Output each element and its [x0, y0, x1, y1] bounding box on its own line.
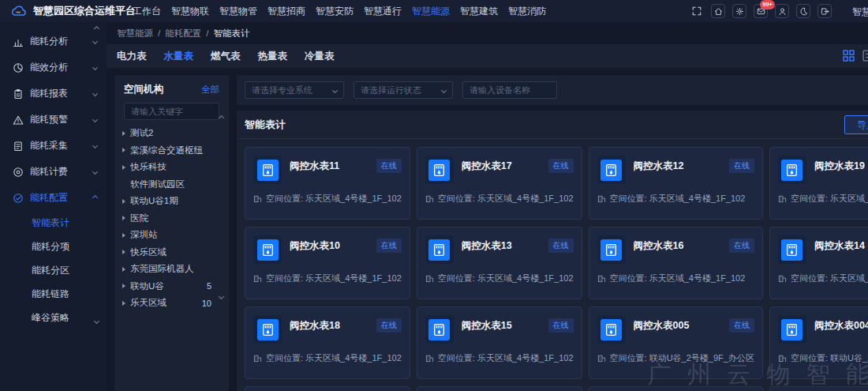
- list-view-icon[interactable]: [862, 50, 868, 62]
- import-button[interactable]: 导入: [844, 115, 868, 134]
- nav-building[interactable]: 智慧建筑: [460, 5, 498, 18]
- meter-card[interactable]: 阀控水表16 在线 空间位置: 乐天区域_4号楼_1F_102: [589, 227, 763, 299]
- chevron-down-icon: [92, 169, 98, 175]
- nav-access[interactable]: 智慧通行: [364, 5, 402, 18]
- sidebar-item-energy-warning[interactable]: 能耗预警: [0, 107, 107, 133]
- sidebar-subitem-energy-link[interactable]: 能耗链路: [0, 282, 107, 306]
- meter-card[interactable]: 阀控水表14 在线 空间位置: 乐天区域_4号楼_1F_102: [769, 227, 868, 299]
- tree-search-input[interactable]: [124, 103, 219, 120]
- sidebar-item-energy-collection[interactable]: 能耗采集: [0, 133, 107, 159]
- building-icon: [597, 274, 606, 283]
- status-badge: 在线: [729, 318, 754, 333]
- sidebar-item-energy-billing[interactable]: 能耗计费: [0, 159, 107, 185]
- tab-gas[interactable]: 燃气表: [211, 50, 241, 63]
- meter-card[interactable]: 阀控水表10 在线 空间位置: 乐天区域_4号楼_1F_102: [245, 227, 410, 299]
- meter-card-partial[interactable]: [417, 386, 582, 391]
- sidebar-subitem-smart-meters[interactable]: 智能表计: [0, 211, 107, 235]
- caret-right-icon[interactable]: [122, 148, 125, 152]
- tree-node[interactable]: 医院: [114, 210, 229, 227]
- status-badge: 在线: [729, 159, 754, 173]
- breadcrumb-item[interactable]: 能耗配置: [165, 28, 201, 39]
- nav-property[interactable]: 智慧物管: [219, 5, 257, 18]
- caret-right-icon[interactable]: [122, 165, 125, 170]
- device-name-input[interactable]: [462, 81, 557, 99]
- tree-node[interactable]: 快乐科技: [114, 159, 229, 176]
- sidebar-item-efficiency-analysis[interactable]: 能效分析: [0, 55, 107, 81]
- home-icon[interactable]: [711, 4, 725, 18]
- breadcrumb-item[interactable]: 智慧能源: [117, 28, 153, 39]
- meter-card[interactable]: 阀控水表15 在线 空间位置: 乐天区域_4号楼_1F_102: [417, 306, 582, 379]
- grid-view-icon[interactable]: [843, 50, 855, 62]
- tab-electricity[interactable]: 电力表: [117, 50, 147, 63]
- tree-scroll-up-icon[interactable]: [219, 115, 224, 121]
- caret-right-icon[interactable]: [122, 199, 125, 204]
- tree-node[interactable]: 棠溪综合交通枢纽: [114, 142, 229, 160]
- tree-node[interactable]: 乐天区域10: [114, 295, 229, 312]
- moon-icon[interactable]: [796, 4, 810, 18]
- tree-all-link[interactable]: 全部: [201, 84, 219, 96]
- meter-location: 空间位置: 乐天区域_4号楼_1F_102: [610, 193, 746, 205]
- nav-fire[interactable]: 智慧消防: [508, 5, 546, 18]
- meter-card[interactable]: 阀控水表17 在线 空间位置: 乐天区域_4号楼_1F_102: [417, 147, 582, 220]
- tab-cooling[interactable]: 冷量表: [305, 50, 335, 63]
- meter-card[interactable]: 阀控水表11 在线 空间位置: 乐天区域_4号楼_1F_102: [245, 147, 410, 220]
- sidebar-subitem-peak-valley[interactable]: 峰谷策略: [0, 306, 107, 329]
- sidebar-item-energy-report[interactable]: 能耗报表: [0, 81, 107, 107]
- meter-card[interactable]: 阀控水表12 在线 空间位置: 乐天区域_4号楼_1F_102: [589, 147, 763, 220]
- tree-node[interactable]: 联动U谷1期: [114, 193, 229, 210]
- document-icon: [13, 141, 24, 152]
- nav-leasing[interactable]: 智慧招商: [268, 5, 305, 18]
- nav-energy-active[interactable]: 智慧能源: [412, 5, 450, 18]
- sidebar-item-label: 能耗计费: [30, 165, 93, 179]
- meter-card[interactable]: 阀控水表005 在线 空间位置: 联动U谷_2号楼_9F_办公区: [589, 306, 763, 379]
- meter-card[interactable]: 阀控水表19 在线 空间位置: 乐天区域_4号楼_1F_102: [769, 147, 868, 220]
- nav-security[interactable]: 智慧安防: [316, 5, 354, 18]
- caret-right-icon[interactable]: [122, 301, 125, 306]
- tab-heat[interactable]: 热量表: [258, 50, 288, 63]
- caret-right-icon[interactable]: [122, 284, 125, 288]
- caret-right-icon[interactable]: [122, 250, 125, 254]
- caret-right-icon[interactable]: [122, 216, 125, 220]
- mail-icon[interactable]: 99+: [754, 4, 768, 18]
- meter-card-partial[interactable]: [245, 386, 410, 391]
- tree-node[interactable]: 联动U谷5: [114, 278, 229, 295]
- topbar-user-text[interactable]: 智慧园: [852, 6, 868, 19]
- nav-iot[interactable]: 智慧物联: [171, 5, 209, 18]
- status-select[interactable]: 请选择运行状态: [354, 81, 453, 99]
- meter-card-partial[interactable]: [589, 386, 763, 391]
- tree-node[interactable]: 深圳站: [114, 227, 229, 244]
- caret-right-icon[interactable]: [122, 131, 125, 136]
- meter-card[interactable]: 阀控水表18 在线 空间位置: 乐天区域_4号楼_1F_102: [245, 306, 410, 379]
- tree-node[interactable]: 测试2: [114, 125, 229, 142]
- user-icon[interactable]: [775, 4, 789, 18]
- sidebar-item-energy-analysis[interactable]: 能耗分析: [0, 28, 107, 55]
- water-meter-icon: [778, 235, 806, 264]
- breadcrumb: 智慧能源 / 能耗配置 / 智能表计: [117, 22, 249, 44]
- meter-card-partial[interactable]: [769, 386, 868, 391]
- sidebar-subitem-energy-zone[interactable]: 能耗分区: [0, 258, 107, 282]
- chevron-down-icon: [441, 87, 447, 92]
- chevron-down-icon: [92, 65, 98, 70]
- tree-node[interactable]: 东莞国际机器人: [114, 261, 229, 278]
- logout-icon[interactable]: [817, 4, 832, 18]
- gear-icon[interactable]: [732, 4, 746, 18]
- meter-name: 阀控水表11: [290, 160, 376, 173]
- system-select[interactable]: 请选择专业系统: [245, 81, 344, 99]
- meter-card[interactable]: 阀控水表13 在线 空间位置: 乐天区域_4号楼_1F_102: [417, 227, 582, 299]
- fullscreen-icon[interactable]: [690, 4, 704, 18]
- chevron-down-icon: [92, 117, 98, 122]
- caret-right-icon[interactable]: [122, 233, 125, 238]
- tab-water[interactable]: 水量表: [164, 50, 194, 63]
- meter-card[interactable]: 阀控水表004 在线 空间位置: 联动U谷_2号楼_9F_办公区: [769, 306, 868, 379]
- breadcrumb-separator: /: [206, 28, 208, 38]
- sidebar-item-label: 能耗报表: [30, 87, 93, 100]
- nav-workbench[interactable]: 工作台: [133, 5, 161, 18]
- meter-location: 空间位置: 乐天区域_4号楼_1F_102: [266, 273, 402, 284]
- bar-chart-icon: [13, 36, 24, 47]
- caret-right-icon[interactable]: [122, 267, 125, 272]
- sidebar-item-energy-config[interactable]: 能耗配置: [0, 185, 107, 211]
- tree-node[interactable]: 快乐区域: [114, 244, 229, 261]
- tree-node[interactable]: 软件测试园区: [114, 176, 229, 194]
- meter-location: 空间位置: 乐天区域_4号楼_1F_102: [610, 273, 746, 284]
- sidebar-subitem-energy-subitem[interactable]: 能耗分项: [0, 235, 107, 258]
